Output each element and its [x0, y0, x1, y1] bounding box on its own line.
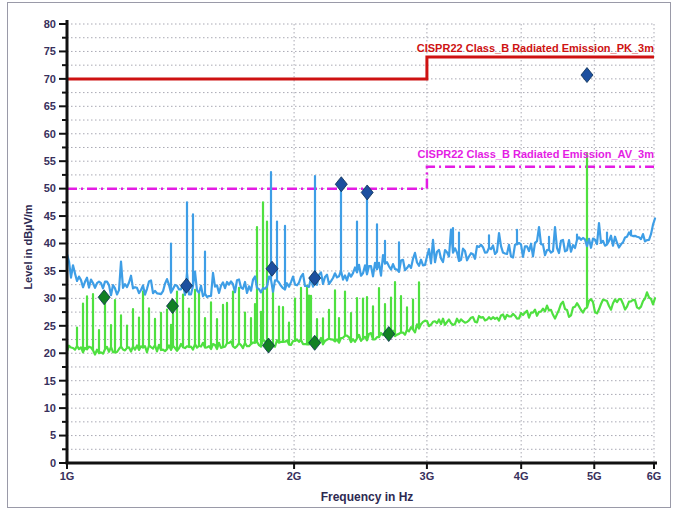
- y-tick-label: 60: [44, 128, 56, 140]
- pk-limit-label: CISPR22 Class_B Radiated Emission_PK_3m: [417, 42, 654, 54]
- x-tick-label: 6G: [647, 470, 662, 482]
- y-tick-label: 10: [44, 402, 56, 414]
- emc-emission-chart: 051015202530354045505560657075801G2G3G4G…: [0, 0, 681, 518]
- y-tick-label: 65: [44, 100, 56, 112]
- x-tick-label: 1G: [60, 470, 75, 482]
- peak-trace-marker: [361, 185, 373, 200]
- y-tick-label: 0: [50, 457, 56, 469]
- y-tick-label: 20: [44, 347, 56, 359]
- y-tick-label: 15: [44, 375, 56, 387]
- chart-canvas: 051015202530354045505560657075801G2G3G4G…: [0, 0, 681, 518]
- y-tick-label: 45: [44, 210, 56, 222]
- average-trace-line: [67, 153, 655, 355]
- y-tick-label: 25: [44, 320, 56, 332]
- grid: [67, 24, 654, 463]
- y-tick-label: 70: [44, 73, 56, 85]
- y-tick-label: 30: [44, 292, 56, 304]
- tick-labels: 051015202530354045505560657075801G2G3G4G…: [44, 18, 662, 482]
- y-tick-label: 40: [44, 237, 56, 249]
- y-tick-label: 5: [50, 429, 56, 441]
- y-tick-label: 50: [44, 182, 56, 194]
- pk-limit-line: [67, 57, 654, 79]
- x-tick-label: 4G: [514, 470, 529, 482]
- y-tick-label: 75: [44, 45, 56, 57]
- av-limit-label: CISPR22 Class_B Radiated Emission_AV_3m: [418, 148, 654, 160]
- x-axis-title: Frequency in Hz: [321, 490, 414, 504]
- x-tick-label: 5G: [587, 470, 602, 482]
- y-axis-title: Level in dBµV/m: [22, 204, 34, 289]
- y-tick-label: 55: [44, 155, 56, 167]
- peak-trace-markers: [180, 68, 593, 294]
- peak-trace-marker: [581, 68, 593, 83]
- x-tick-label: 3G: [420, 470, 435, 482]
- y-tick-label: 80: [44, 18, 56, 30]
- av-limit-line: [67, 167, 654, 189]
- y-tick-label: 35: [44, 265, 56, 277]
- average-trace-marker: [98, 290, 110, 305]
- x-tick-label: 2G: [287, 470, 302, 482]
- peak-trace-marker: [335, 177, 347, 192]
- peak-trace-line: [67, 172, 655, 297]
